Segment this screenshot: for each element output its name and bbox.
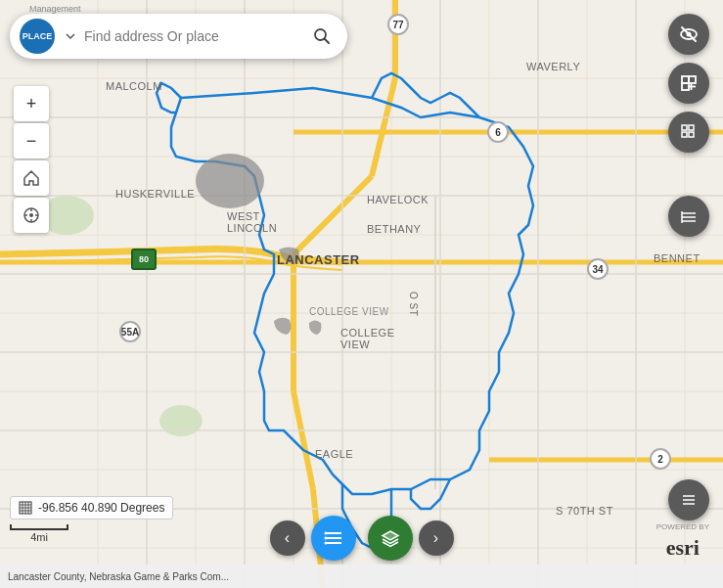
dropdown-arrow-icon[interactable] bbox=[61, 26, 80, 46]
coordinates-bar: -96.856 40.890 Degrees bbox=[10, 496, 173, 520]
right-controls bbox=[668, 14, 709, 153]
search-bar: PLACE bbox=[10, 14, 347, 59]
badge-i80: 80 bbox=[131, 249, 157, 270]
visibility-button[interactable] bbox=[668, 14, 709, 55]
svg-text:Management: Management bbox=[29, 4, 81, 14]
badge-55a: 55A bbox=[119, 321, 141, 342]
svg-rect-53 bbox=[682, 76, 689, 83]
attribution-text: Lancaster County, Nebraska Game & Parks … bbox=[8, 571, 229, 582]
bottom-toolbar: ‹ › bbox=[270, 516, 454, 561]
navigate-next-button[interactable]: › bbox=[419, 520, 454, 556]
list-view-button[interactable] bbox=[311, 516, 356, 561]
navigate-previous-button[interactable]: ‹ bbox=[270, 520, 305, 556]
badge-34: 34 bbox=[587, 258, 609, 280]
attributes-button[interactable] bbox=[668, 479, 709, 520]
esri-logo: POWERED BY esri bbox=[656, 522, 709, 561]
home-button[interactable] bbox=[14, 160, 49, 196]
svg-point-16 bbox=[159, 405, 203, 436]
table-button[interactable] bbox=[668, 196, 709, 237]
svg-line-43 bbox=[325, 39, 330, 44]
svg-rect-61 bbox=[689, 132, 694, 137]
search-icon[interactable] bbox=[306, 21, 338, 52]
compass-button[interactable] bbox=[14, 198, 49, 233]
svg-rect-54 bbox=[689, 76, 696, 83]
badge-6: 6 bbox=[487, 121, 509, 143]
badge-2: 2 bbox=[650, 448, 671, 470]
expand-button[interactable] bbox=[668, 63, 709, 104]
scale-label: 4mi bbox=[10, 531, 68, 543]
attribution-bar: Lancaster County, Nebraska Game & Parks … bbox=[0, 565, 723, 588]
svg-rect-59 bbox=[689, 125, 694, 130]
layers-button[interactable] bbox=[368, 516, 413, 561]
powered-by-label: POWERED BY bbox=[656, 522, 709, 531]
esri-wordmark: esri bbox=[656, 535, 709, 561]
svg-point-45 bbox=[29, 213, 33, 217]
search-input[interactable] bbox=[84, 28, 306, 44]
map-container[interactable]: Management Area WAVERLY MALCOLM HUSKERVI… bbox=[0, 0, 723, 588]
coordinates-value: -96.856 40.890 Degrees bbox=[38, 501, 164, 515]
svg-point-80 bbox=[324, 537, 327, 540]
grid-button[interactable] bbox=[668, 112, 709, 153]
badge-77: 77 bbox=[387, 14, 409, 35]
place-badge: PLACE bbox=[20, 19, 55, 54]
svg-rect-58 bbox=[682, 125, 687, 130]
svg-rect-60 bbox=[682, 132, 687, 137]
coordinates-icon bbox=[19, 501, 32, 515]
zoom-controls: + − bbox=[14, 86, 49, 233]
svg-point-39 bbox=[196, 154, 264, 208]
zoom-in-button[interactable]: + bbox=[14, 86, 49, 121]
svg-point-79 bbox=[324, 532, 327, 535]
scale-bar: 4mi bbox=[10, 524, 68, 543]
zoom-out-button[interactable]: − bbox=[14, 123, 49, 158]
svg-rect-55 bbox=[682, 83, 689, 90]
svg-point-81 bbox=[324, 542, 327, 545]
